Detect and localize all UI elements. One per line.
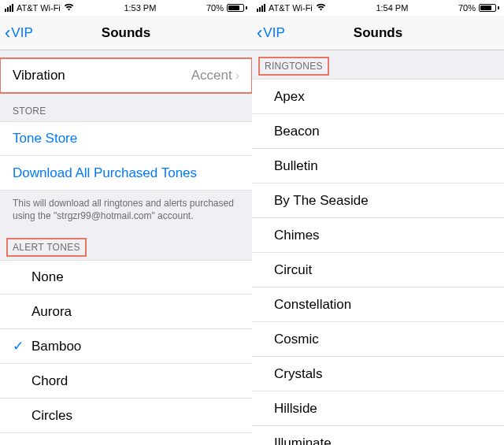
battery-icon bbox=[479, 4, 499, 12]
battery-percent: 70% bbox=[458, 3, 476, 13]
ringtone-label: Crystals bbox=[274, 366, 491, 382]
ringtone-row[interactable]: Chimes bbox=[252, 218, 504, 253]
alert-tone-label: Bamboo bbox=[32, 339, 239, 354]
ringtone-label: Constellation bbox=[274, 297, 491, 313]
ringtone-row[interactable]: Crystals bbox=[252, 357, 504, 391]
store-header: STORE bbox=[0, 93, 252, 121]
alert-tones-header-wrap: ALERT TONES bbox=[0, 232, 252, 260]
vibration-value: Accent bbox=[191, 68, 232, 83]
back-label: VIP bbox=[11, 25, 32, 41]
carrier-label: AT&T Wi-Fi bbox=[269, 3, 313, 13]
ringtone-label: Cosmic bbox=[274, 332, 491, 347]
battery-icon bbox=[227, 4, 247, 12]
chevron-right-icon: › bbox=[235, 69, 239, 83]
ringtone-label: Chimes bbox=[274, 228, 491, 243]
signal-icon bbox=[257, 4, 265, 12]
ringtone-row[interactable]: Bulletin bbox=[252, 149, 504, 184]
vibration-row[interactable]: Vibration Accent › bbox=[0, 58, 252, 93]
content-area: Vibration Accent › STORE Tone Store Down… bbox=[0, 50, 252, 445]
alert-tone-row[interactable]: ✓Circles bbox=[0, 399, 252, 433]
wifi-icon bbox=[64, 2, 74, 13]
nav-bar: ‹ VIP Sounds bbox=[252, 16, 504, 50]
alert-tone-label: None bbox=[32, 269, 239, 285]
alert-tone-row[interactable]: ✓Aurora bbox=[0, 295, 252, 329]
download-tones-link[interactable]: Download All Purchased Tones bbox=[0, 156, 252, 191]
page-title: Sounds bbox=[0, 25, 252, 41]
store-footer: This will download all ringtones and ale… bbox=[0, 191, 252, 232]
checkmark-icon: ✓ bbox=[13, 338, 32, 354]
screen-left: AT&T Wi-Fi 1:53 PM 70% ‹ VIP Sounds Vibr… bbox=[0, 0, 252, 445]
ringtone-label: Bulletin bbox=[274, 158, 491, 174]
ringtone-row[interactable]: Cosmic bbox=[252, 322, 504, 357]
alert-tone-row[interactable]: ✓Chord bbox=[0, 364, 252, 399]
ringtone-label: Illuminate bbox=[274, 436, 491, 446]
alert-tone-label: Chord bbox=[32, 373, 239, 389]
chevron-left-icon: ‹ bbox=[5, 23, 10, 43]
ringtone-row[interactable]: Circuit bbox=[252, 253, 504, 287]
chevron-left-icon: ‹ bbox=[257, 23, 262, 43]
page-title: Sounds bbox=[252, 25, 504, 41]
ringtone-row[interactable]: Beacon bbox=[252, 114, 504, 149]
content-area: RINGTONES ApexBeaconBulletinBy The Seasi… bbox=[252, 50, 504, 445]
alert-tone-label: Aurora bbox=[32, 304, 239, 320]
ringtones-header: RINGTONES bbox=[260, 58, 328, 74]
ringtone-row[interactable]: Constellation bbox=[252, 287, 504, 322]
wifi-icon bbox=[316, 2, 326, 13]
time-label: 1:54 PM bbox=[376, 3, 408, 13]
tone-store-link[interactable]: Tone Store bbox=[0, 121, 252, 156]
alert-tone-row[interactable]: ✓Complete bbox=[0, 433, 252, 445]
ringtone-label: Hillside bbox=[274, 401, 491, 417]
ringtone-row[interactable]: Apex bbox=[252, 80, 504, 114]
screen-right: AT&T Wi-Fi 1:54 PM 70% ‹ VIP Sounds RING… bbox=[252, 0, 504, 445]
vibration-label: Vibration bbox=[13, 68, 191, 83]
ringtone-label: Beacon bbox=[274, 124, 491, 139]
ringtones-header-wrap: RINGTONES bbox=[252, 50, 504, 80]
ringtone-row[interactable]: By The Seaside bbox=[252, 184, 504, 218]
ringtone-row[interactable]: Hillside bbox=[252, 391, 504, 426]
time-label: 1:53 PM bbox=[124, 3, 156, 13]
ringtone-label: Circuit bbox=[274, 262, 491, 278]
ringtone-label: By The Seaside bbox=[274, 193, 491, 209]
alert-tone-row[interactable]: ✓None bbox=[0, 260, 252, 295]
ringtone-label: Apex bbox=[274, 89, 491, 105]
back-label: VIP bbox=[263, 25, 284, 41]
alert-tone-row[interactable]: ✓Bamboo bbox=[0, 329, 252, 364]
signal-icon bbox=[5, 4, 13, 12]
status-bar: AT&T Wi-Fi 1:53 PM 70% bbox=[0, 0, 252, 16]
alert-tone-label: Circles bbox=[32, 408, 239, 424]
alert-tones-header: ALERT TONES bbox=[8, 239, 85, 255]
back-button[interactable]: ‹ VIP bbox=[0, 23, 33, 43]
status-bar: AT&T Wi-Fi 1:54 PM 70% bbox=[252, 0, 504, 16]
nav-bar: ‹ VIP Sounds bbox=[0, 16, 252, 50]
carrier-label: AT&T Wi-Fi bbox=[17, 3, 61, 13]
battery-percent: 70% bbox=[206, 3, 224, 13]
ringtone-row[interactable]: Illuminate bbox=[252, 426, 504, 445]
back-button[interactable]: ‹ VIP bbox=[252, 23, 285, 43]
